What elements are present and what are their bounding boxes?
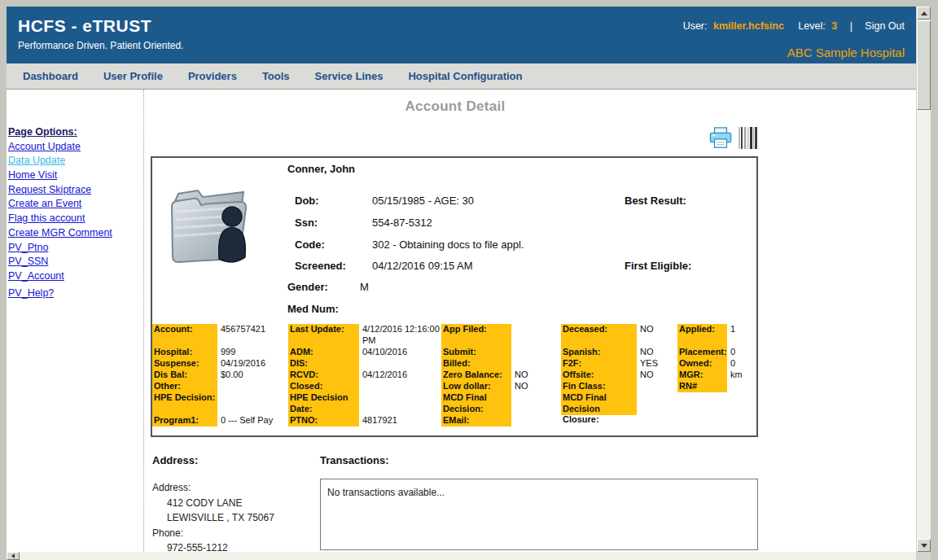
sidebar-link-flag-this-account[interactable]: Flag this account (8, 212, 143, 227)
grid-field-value: 0 (727, 358, 760, 370)
patient-field-label: Dob: (295, 195, 319, 207)
grid-field-label: RN# (677, 381, 727, 392)
left-arrow-icon (11, 553, 15, 558)
nav-item-hospital-configuration[interactable]: Hospital Configuration (408, 70, 522, 82)
patient-field-label: Ssn: (295, 217, 318, 229)
grid-field-label: Dis Bal: (152, 370, 217, 381)
grid-field-label: Zero Balance: (441, 370, 511, 381)
grid-field-label: Program1: (152, 415, 217, 427)
main-panel: Account Detail (151, 90, 760, 552)
grid-field-value: 0 --- Self Pay (217, 415, 288, 427)
grid-field-label: MCD Final Decision Closure: (561, 392, 637, 415)
transactions-section-heading: Transactions: (320, 454, 389, 466)
grid-field-value (359, 381, 441, 392)
patient-field-label: Gender: (287, 281, 328, 293)
sidebar-link-pv-account[interactable]: PV_Account (8, 270, 143, 285)
nav-item-service-lines[interactable]: Service Lines (315, 70, 384, 82)
grid-field-value (359, 358, 441, 370)
grid-field-label: MGR: (677, 370, 727, 381)
account-detail-panel: Conner, John Dob:05/15/1985 - AGE: 30Ssn… (151, 156, 758, 437)
phone-label: Phone: (152, 526, 274, 541)
grid-field-label: Suspense: (152, 358, 217, 370)
grid-field-value (217, 381, 288, 392)
scroll-up-button[interactable] (917, 7, 931, 20)
grid-field-label: ADM: (288, 347, 359, 358)
grid-field-value (511, 324, 561, 347)
grid-field-label: HPE Decision Date: (288, 392, 359, 415)
vertical-scrollbar[interactable] (916, 7, 931, 552)
nav-item-providers[interactable]: Providers (188, 70, 237, 82)
sidebar-link-pv-ssn[interactable]: PV_SSN (8, 256, 143, 270)
grid-field-value: 4/12/2016 12:16:00 PM (359, 324, 441, 347)
sidebar-heading: Page Options: (8, 126, 143, 141)
sidebar-link-home-visit[interactable]: Home Visit (8, 169, 143, 184)
address-line: LEWISVILLE , TX 75067 (152, 510, 274, 526)
grid-field-value: 04/19/2016 (217, 358, 288, 370)
grid-field-value (727, 381, 760, 392)
grid-field-value: 0 (727, 347, 760, 358)
grid-field-label: Deceased: (561, 324, 637, 347)
grid-field-label: Account: (152, 324, 217, 347)
grid-field-value: NO (637, 370, 677, 381)
printer-icon[interactable] (708, 127, 733, 152)
sidebar-link-pv-help[interactable]: PV_Help? (8, 287, 143, 302)
grid-field-label: Applied: (677, 324, 727, 347)
grid-column: Deceased:NOSpanish:NOF2F:YESOffsite:NOFi… (561, 324, 677, 427)
sidebar-link-account-update[interactable]: Account Update (8, 141, 143, 155)
grid-field-value: 456757421 (217, 324, 288, 347)
grid-field-value (217, 392, 288, 415)
vertical-scrollbar-thumb[interactable] (917, 20, 931, 110)
grid-field-label: Last Update: (288, 324, 359, 347)
grid-field-value (637, 392, 677, 415)
grid-field-label: MCD Final Decision: (441, 392, 511, 415)
patient-field-value: 05/15/1985 - AGE: 30 (372, 195, 474, 207)
sidebar-link-data-update[interactable]: Data Update (8, 155, 143, 169)
app-title: HCFS - eTRUST (18, 16, 151, 36)
sidebar-link-create-an-event[interactable]: Create an Event (8, 198, 143, 212)
divider: | (850, 20, 853, 32)
grid-field-value (511, 347, 561, 358)
transactions-box: No transactions available... (320, 479, 758, 550)
nav-item-user-profile[interactable]: User Profile (103, 70, 163, 82)
down-arrow-icon (921, 544, 927, 548)
nav-item-dashboard[interactable]: Dashboard (23, 70, 78, 82)
address-section-heading: Address: (152, 454, 198, 466)
app-window: HCFS - eTRUST Performance Driven. Patien… (7, 7, 916, 552)
grid-field-label: RCVD: (288, 370, 359, 381)
grid-field-value: NO (511, 381, 561, 392)
grid-column: Last Update:4/12/2016 12:16:00 PMADM:04/… (288, 324, 441, 427)
patient-name: Conner, John (287, 163, 355, 175)
grid-field-label: HPE Decision: (152, 392, 217, 415)
patient-right-field-label: First Eligible: (625, 260, 691, 272)
address-block: Address:412 CODY LANELEWISVILLE , TX 750… (152, 480, 274, 552)
address-label: Address: (152, 480, 274, 496)
patient-field-label: Code: (295, 238, 325, 251)
grid-field-label: Submit: (441, 347, 511, 358)
grid-field-value: 04/12/2016 (359, 370, 441, 381)
username: kmiller.hcfsinc (713, 20, 784, 32)
app-tagline: Performance Driven. Patient Oriented. (18, 40, 183, 51)
grid-field-value: YES (637, 358, 677, 370)
nav-item-tools[interactable]: Tools (262, 70, 290, 82)
grid-field-label: Owned: (677, 358, 727, 370)
level-label: Level: (798, 20, 825, 32)
grid-field-label: F2F: (561, 358, 637, 370)
grid-column: Account:456757421Hospital:999Suspense:04… (152, 324, 288, 427)
sidebar-link-create-mgr-comment[interactable]: Create MGR Comment (8, 227, 143, 242)
grid-field-label: Fin Class: (561, 381, 637, 392)
grid-field-value (511, 415, 561, 427)
grid-column: Applied:1Placement:0Owned:0MGR:kmRN# (677, 324, 760, 427)
user-info-bar: User: kmiller.hcfsinc Level: 3 | Sign Ou… (680, 20, 905, 32)
horizontal-scrollbar[interactable] (7, 552, 916, 560)
level-value: 3 (831, 20, 837, 32)
account-summary-grid: Account:456757421Hospital:999Suspense:04… (152, 324, 760, 427)
sidebar-link-pv-ptno[interactable]: PV_Ptno (8, 242, 143, 256)
scroll-left-button[interactable] (7, 552, 20, 560)
barcode-icon[interactable] (739, 127, 758, 152)
sidebar-link-request-skiptrace[interactable]: Request Skiptrace (8, 184, 143, 199)
grid-field-value: 999 (217, 347, 288, 358)
sign-out-link[interactable]: Sign Out (865, 20, 905, 32)
grid-field-label: EMail: (441, 415, 511, 427)
scroll-down-button[interactable] (917, 539, 931, 552)
grid-field-label: PTNO: (288, 415, 359, 427)
